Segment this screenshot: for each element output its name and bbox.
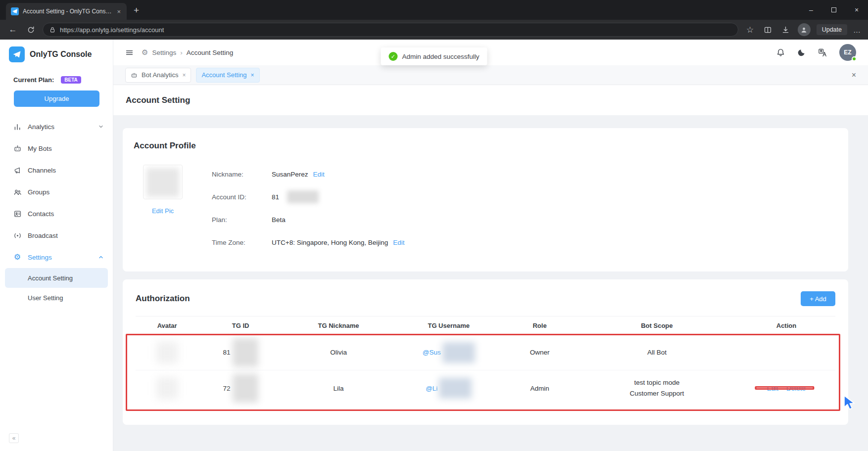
- menu-toggle-icon[interactable]: [125, 48, 134, 57]
- bot-icon: [131, 72, 138, 79]
- table-header-row: Avatar TG ID TG Nickname TG Username Rol…: [136, 316, 835, 335]
- tg-id-value: 81: [223, 349, 231, 356]
- tg-username-value[interactable]: @Li: [426, 385, 437, 392]
- back-button[interactable]: ←: [7, 25, 19, 35]
- sidebar-item-groups[interactable]: Groups: [0, 181, 113, 203]
- close-icon[interactable]: ×: [182, 72, 186, 79]
- new-tab-button[interactable]: +: [134, 5, 139, 16]
- edit-pic-link[interactable]: Edit Pic: [152, 207, 174, 215]
- sidebar: OnlyTG Console Current Plan: BETA Upgrad…: [0, 40, 113, 451]
- sidebar-menu: Analytics My Bots Channels: [0, 116, 113, 308]
- role-value: Admin: [503, 385, 576, 392]
- bot-scope-value: All Bot: [577, 349, 737, 356]
- workspace-tab-label: Account Setting: [201, 71, 246, 79]
- online-status-dot: [852, 56, 857, 61]
- account-profile-card: Account Profile Edit Pic Nickname:: [123, 128, 848, 271]
- split-screen-icon[interactable]: [762, 26, 774, 34]
- brand-name: OnlyTG Console: [30, 50, 92, 59]
- user-avatar[interactable]: EZ: [839, 44, 856, 61]
- sidebar-item-analytics[interactable]: Analytics: [0, 116, 113, 137]
- breadcrumb-settings[interactable]: Settings: [152, 49, 176, 56]
- bot-icon: [13, 144, 22, 153]
- timezone-value: UTC+8: Singapore, Hong Kong, Beijing: [272, 239, 388, 246]
- role-value: Owner: [503, 349, 576, 356]
- current-plan-label: Current Plan:: [13, 76, 54, 84]
- avatar-initials: EZ: [844, 49, 851, 56]
- field-label: Plan:: [212, 216, 272, 224]
- redacted-text-blur: [439, 378, 472, 399]
- redacted-text-blur: [233, 338, 258, 367]
- column-header-tg-id: TG ID: [198, 322, 283, 329]
- browser-tab[interactable]: Account Setting - OnlyTG Console ×: [6, 3, 127, 20]
- workspace-tab-account-setting[interactable]: Account Setting ×: [196, 68, 259, 83]
- section-title: Account Profile: [134, 141, 837, 151]
- sidebar-child-label: Account Setting: [28, 274, 73, 282]
- close-window-button[interactable]: ×: [845, 0, 868, 20]
- collapse-sidebar-button[interactable]: «: [9, 433, 19, 443]
- edit-admin-link[interactable]: Edit: [767, 385, 778, 392]
- tg-nickname-value: Lila: [283, 385, 394, 392]
- add-admin-button[interactable]: + Add: [801, 291, 835, 306]
- breadcrumb-current: Account Setting: [187, 49, 234, 56]
- delete-admin-link[interactable]: Delete: [786, 385, 806, 392]
- column-header-bot-scope: Bot Scope: [577, 322, 737, 329]
- nickname-value: SusanPerez: [272, 171, 308, 178]
- tg-id-value: 72: [223, 385, 231, 392]
- sidebar-item-contacts[interactable]: Contacts: [0, 203, 113, 225]
- update-button[interactable]: Update: [817, 24, 847, 35]
- refresh-button[interactable]: [25, 26, 37, 34]
- tab-close-icon[interactable]: ×: [116, 8, 122, 15]
- browser-profile-avatar[interactable]: [798, 23, 811, 36]
- main-area: ⚙ Settings › Account Setting: [113, 40, 868, 451]
- sidebar-item-my-bots[interactable]: My Bots: [0, 137, 113, 159]
- brand-logo-icon: [9, 46, 25, 62]
- toast-notification: ✓ Admin added successfully: [381, 47, 487, 65]
- column-header-action: Action: [737, 322, 835, 329]
- page-content: Account Profile Edit Pic Nickname:: [113, 115, 868, 451]
- sidebar-item-label: My Bots: [28, 145, 52, 152]
- address-bar[interactable]: https://app.onlytg.io/settings/account: [43, 23, 738, 37]
- toast-message: Admin added successfully: [402, 53, 479, 60]
- sidebar-item-user-setting[interactable]: User Setting: [5, 288, 108, 308]
- profile-picture: [143, 165, 183, 199]
- close-icon[interactable]: ×: [251, 72, 254, 79]
- sidebar-item-label: Analytics: [28, 123, 54, 131]
- bookmark-star-icon[interactable]: ☆: [744, 25, 756, 35]
- column-header-tg-username: TG Username: [394, 322, 503, 329]
- sidebar-item-settings[interactable]: ⚙ Settings: [0, 246, 113, 268]
- upgrade-button[interactable]: Upgrade: [14, 90, 99, 107]
- workspace-tab-bot-analytics[interactable]: Bot Analytics ×: [125, 68, 191, 83]
- notification-bell-icon[interactable]: [776, 48, 785, 57]
- download-icon[interactable]: [780, 26, 792, 34]
- tg-nickname-value: Olivia: [283, 349, 394, 356]
- tg-username-value[interactable]: @Sus: [423, 349, 441, 356]
- section-title: Authorization: [136, 294, 190, 304]
- bot-scope-line: test topic mode: [630, 377, 684, 388]
- workspace-tab-label: Bot Analytics: [142, 71, 178, 79]
- plan-status-badge: BETA: [61, 76, 81, 84]
- sidebar-item-broadcast[interactable]: Broadcast: [0, 225, 113, 246]
- breadcrumb-separator: ›: [180, 49, 183, 56]
- minimize-button[interactable]: –: [800, 0, 822, 20]
- close-all-tabs-icon[interactable]: ×: [852, 71, 856, 80]
- field-nickname: Nickname: SusanPerez Edit: [212, 163, 837, 185]
- sidebar-item-account-setting[interactable]: Account Setting: [5, 268, 108, 288]
- workspace-tab-bar: Bot Analytics × Account Setting × ×: [113, 65, 868, 85]
- maximize-button[interactable]: [822, 0, 845, 20]
- field-label: Account ID:: [212, 193, 272, 201]
- edit-timezone-link[interactable]: Edit: [393, 239, 404, 246]
- sidebar-item-channels[interactable]: Channels: [0, 159, 113, 181]
- dark-mode-moon-icon[interactable]: [797, 48, 806, 57]
- redacted-avatar-blur: [156, 342, 178, 363]
- redacted-avatar-blur: [156, 377, 178, 399]
- bot-scope-value: test topic mode Customer Support: [577, 377, 737, 400]
- edit-nickname-link[interactable]: Edit: [313, 171, 325, 178]
- field-plan: Plan: Beta: [212, 208, 837, 231]
- analytics-chart-icon: [13, 123, 22, 131]
- sidebar-item-label: Groups: [28, 188, 49, 196]
- sidebar-item-label: Channels: [28, 167, 56, 174]
- translate-icon[interactable]: [818, 48, 827, 57]
- page-title-band: Account Setting: [113, 85, 868, 115]
- browser-menu-icon[interactable]: …: [853, 26, 861, 34]
- gear-icon: ⚙: [142, 48, 148, 57]
